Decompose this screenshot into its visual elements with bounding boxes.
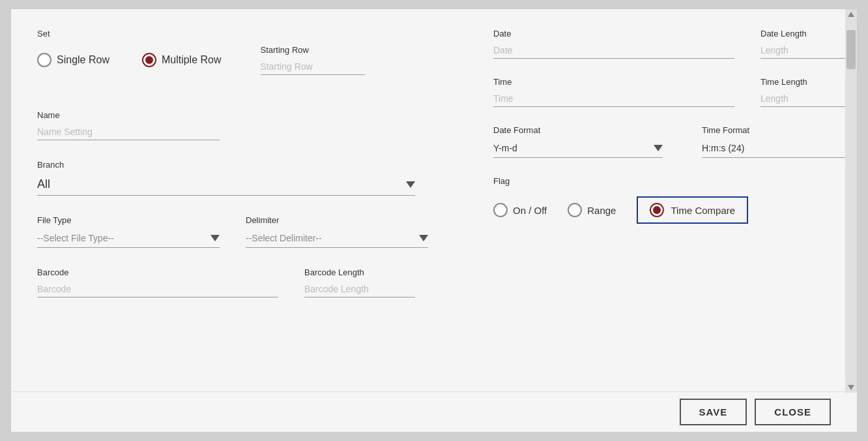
date-length-input[interactable]: [760, 42, 857, 59]
starting-row-input[interactable]: [261, 59, 365, 75]
name-input[interactable]: [37, 124, 220, 140]
save-button[interactable]: SAVE: [680, 399, 747, 425]
main-content: Set Single Row Multiple Row: [11, 9, 857, 391]
date-format-group: Date Format Y-m-d: [493, 125, 663, 158]
barcode-row: Barcode Barcode Length: [37, 267, 454, 297]
time-compare-label: Time Compare: [671, 205, 735, 216]
time-length-group: Time Length: [760, 77, 857, 107]
barcode-length-label: Barcode Length: [304, 267, 415, 277]
branch-row: Branch All: [37, 160, 454, 196]
scroll-down-arrow[interactable]: [848, 385, 854, 390]
time-row: Time Time Length: [493, 77, 857, 107]
date-format-value: Y-m-d: [493, 143, 517, 153]
scroll-thumb[interactable]: [846, 30, 856, 69]
scrollbar[interactable]: [845, 9, 857, 393]
name-row: Name: [37, 110, 454, 140]
file-type-label: File Type: [37, 215, 220, 225]
close-button[interactable]: CLOSE: [755, 399, 831, 425]
branch-dropdown[interactable]: All: [37, 174, 415, 196]
multiple-row-radio-inner: [145, 56, 153, 64]
time-length-label: Time Length: [760, 77, 857, 87]
barcode-group: Barcode: [37, 267, 278, 297]
date-length-label: Date Length: [760, 29, 857, 38]
date-format-chevron-down-icon: [654, 145, 663, 151]
time-compare-radio-inner: [653, 206, 661, 214]
time-format-value: H:m:s (24): [702, 143, 744, 153]
footer: SAVE CLOSE: [11, 391, 857, 432]
range-radio-outer[interactable]: [568, 203, 582, 217]
time-input[interactable]: [493, 91, 734, 107]
name-label: Name: [37, 110, 454, 120]
barcode-length-group: Barcode Length: [304, 267, 415, 297]
scroll-up-arrow[interactable]: [848, 12, 854, 17]
on-off-label: On / Off: [513, 205, 547, 216]
delimiter-dropdown[interactable]: --Select Delimiter--: [246, 229, 428, 248]
flag-options: On / Off Range Time Compare: [493, 196, 857, 224]
date-group: Date: [493, 29, 734, 59]
time-format-label: Time Format: [702, 125, 857, 135]
single-row-radio-outer[interactable]: [37, 53, 51, 67]
file-type-value: --Select File Type--: [37, 233, 114, 243]
file-type-dropdown[interactable]: --Select File Type--: [37, 229, 220, 248]
time-label: Time: [493, 77, 734, 87]
range-label: Range: [587, 205, 616, 216]
barcode-length-input[interactable]: [304, 281, 415, 297]
date-format-label: Date Format: [493, 125, 663, 135]
time-format-dropdown[interactable]: H:m:s (24): [702, 139, 857, 158]
multiple-row-radio[interactable]: Multiple Row: [142, 53, 222, 67]
dialog: Set Single Row Multiple Row: [10, 8, 858, 433]
time-format-group: Time Format H:m:s (24): [702, 125, 857, 158]
right-panel: Date Date Length Time Time Length: [493, 29, 857, 378]
starting-row-label: Starting Row: [261, 45, 365, 55]
time-length-input[interactable]: [760, 91, 857, 107]
delimiter-chevron-down-icon: [419, 235, 428, 241]
date-input[interactable]: [493, 42, 734, 59]
starting-row-group: Starting Row: [261, 45, 365, 75]
time-compare-radio-outer[interactable]: [650, 203, 664, 217]
single-row-radio[interactable]: Single Row: [37, 53, 109, 67]
format-row: Date Format Y-m-d Time Format H:m:s (24): [493, 125, 857, 158]
delimiter-value: --Select Delimiter--: [246, 233, 322, 243]
date-length-group: Date Length: [760, 29, 857, 59]
date-label: Date: [493, 29, 734, 38]
on-off-radio-outer[interactable]: [493, 203, 508, 217]
file-type-chevron-down-icon: [210, 235, 220, 241]
date-format-dropdown[interactable]: Y-m-d: [493, 139, 663, 158]
flag-row: Flag On / Off Range: [493, 176, 857, 224]
time-compare-radio[interactable]: Time Compare: [637, 196, 748, 224]
barcode-label: Barcode: [37, 267, 278, 277]
multiple-row-label: Multiple Row: [162, 54, 222, 66]
single-row-label: Single Row: [57, 54, 109, 66]
file-delimiter-row: File Type --Select File Type-- Delimiter…: [37, 215, 454, 248]
barcode-input[interactable]: [37, 281, 278, 297]
left-panel: Set Single Row Multiple Row: [37, 29, 454, 378]
on-off-radio[interactable]: On / Off: [493, 203, 547, 217]
delimiter-label: Delimiter: [246, 215, 428, 225]
date-row: Date Date Length: [493, 29, 857, 59]
time-group: Time: [493, 77, 734, 107]
set-label: Set: [37, 29, 50, 38]
multiple-row-radio-outer[interactable]: [142, 53, 156, 67]
flag-label: Flag: [493, 176, 857, 186]
delimiter-group: Delimiter --Select Delimiter--: [246, 215, 428, 248]
branch-label: Branch: [37, 160, 454, 170]
branch-value: All: [37, 177, 50, 191]
range-radio[interactable]: Range: [568, 203, 616, 217]
file-type-group: File Type --Select File Type--: [37, 215, 220, 248]
branch-chevron-down-icon: [406, 181, 415, 188]
